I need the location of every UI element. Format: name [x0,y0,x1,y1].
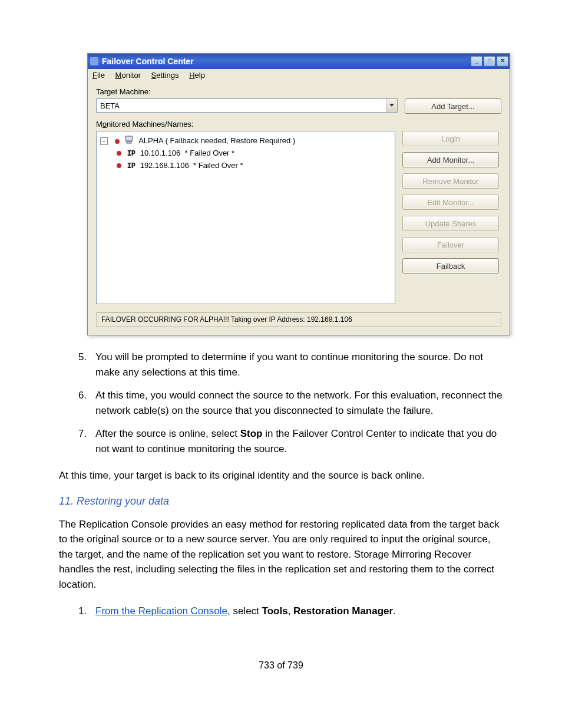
tree-root-row[interactable]: − ALPHA ( Failback needed, Restore Requi… [100,135,391,147]
svg-marker-0 [389,104,394,107]
menu-file[interactable]: File [92,71,105,80]
step-list-second: From the Replication Console, select Too… [59,604,503,619]
page-number: 733 of 739 [59,660,503,671]
ip-address: 192.168.1.106 [140,161,189,170]
tree-root-label: ALPHA ( Failback needed, Restore Require… [138,136,295,145]
computer-icon [125,136,134,147]
login-button[interactable]: Login [402,131,499,146]
app-icon [90,57,98,65]
ip-icon: IP [127,150,135,158]
target-machine-combo[interactable] [96,98,398,113]
status-dot-icon [117,163,121,168]
menu-settings[interactable]: Settings [151,71,179,80]
add-target-button[interactable]: Add Target... [405,98,501,114]
window-controls: _ □ ✕ [471,56,508,67]
tree-child-1[interactable]: IP 10.10.1.106 * Failed Over * [100,147,391,160]
target-machine-input[interactable] [97,99,386,112]
step-5: You will be prompted to determine if you… [90,350,503,380]
remove-monitor-button[interactable]: Remove Monitor [402,173,499,189]
status-bar: FAILOVER OCCURRING FOR ALPHA!!! Taking o… [96,312,501,327]
failover-button[interactable]: Failover [402,237,499,252]
svg-rect-2 [127,141,131,143]
step-list-first: You will be prompted to determine if you… [59,350,503,456]
ip-icon: IP [127,162,135,170]
svg-rect-1 [125,136,133,141]
update-shares-button[interactable]: Update Shares [402,216,499,231]
target-machine-label: Target Machine: [96,87,501,96]
add-monitor-button[interactable]: Add Monitor... [402,152,499,167]
collapse-icon[interactable]: − [100,137,108,145]
button-column: Login Add Monitor... Remove Monitor Edit… [402,131,501,304]
maximize-button[interactable]: □ [484,56,495,67]
step-6: At this time, you would connect the sour… [90,388,503,418]
status-dot-icon [117,151,121,156]
menu-monitor[interactable]: Monitor [115,71,141,80]
ip-status: * Failed Over * [185,149,235,157]
titlebar[interactable]: Failover Control Center _ □ ✕ [88,54,510,69]
window-title: Failover Control Center [102,57,194,66]
step-7: After the source is online, select Stop … [90,426,503,456]
tree-child-2[interactable]: IP 192.168.1.106 * Failed Over * [100,160,391,172]
status-dot-icon [115,139,120,144]
menubar: File Monitor Settings Help [88,69,510,81]
replication-console-link[interactable]: From the Replication Console [95,605,227,617]
ip-address: 10.10.1.106 [140,149,181,157]
monitored-label: Monitored Machines/Names: [96,120,501,129]
menu-help[interactable]: Help [189,71,205,80]
section-heading: 11. Restoring your data [59,495,503,508]
dropdown-caret-icon[interactable] [386,99,397,112]
ip-status: * Failed Over * [193,161,243,170]
close-button[interactable]: ✕ [497,56,508,67]
monitor-tree[interactable]: − ALPHA ( Failback needed, Restore Requi… [96,131,395,304]
edit-monitor-button[interactable]: Edit Monitor... [402,195,499,210]
step-1: From the Replication Console, select Too… [90,604,503,619]
minimize-button[interactable]: _ [471,56,482,67]
restore-paragraph: The Replication Console provides an easy… [59,517,503,592]
after-list-paragraph: At this time, your target is back to its… [59,468,503,483]
client-area: Target Machine: Add Target... Monitored … [88,81,510,335]
failover-window: Failover Control Center _ □ ✕ File Monit… [87,53,510,335]
failback-button[interactable]: Failback [402,258,499,274]
page: Failover Control Center _ □ ✕ File Monit… [0,0,562,694]
